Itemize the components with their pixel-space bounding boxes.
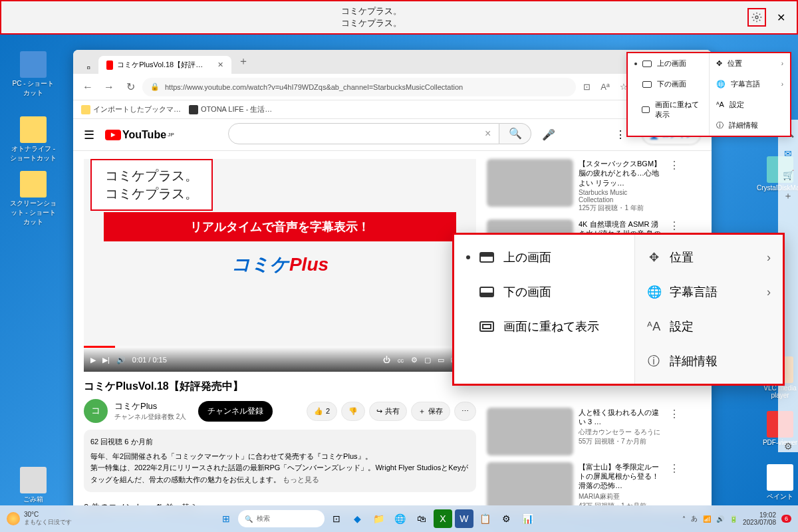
search-input[interactable]: × [228, 123, 499, 144]
taskbar-search[interactable]: 🔍 検索 [238, 510, 325, 527]
hamburger-menu-icon[interactable]: ☰ [84, 128, 94, 142]
refresh-button[interactable]: ↻ [121, 78, 140, 96]
tab-actions-button[interactable]: ▫ [78, 62, 98, 74]
sidebar-outlook-icon[interactable]: ✉ [782, 148, 794, 160]
thumbnail [487, 462, 573, 509]
new-tab-button[interactable]: ＋ [231, 50, 255, 74]
browser-tab[interactable]: コミケPlusVol.18【好評発売中】- Yo... ✕ [98, 56, 231, 74]
address-bar[interactable]: 🔒 https://www.youtube.com/watch?v=u4hI79… [142, 78, 576, 96]
bookmarks-bar: インポートしたブックマ… OTONA LIFE - 生活… [73, 100, 712, 119]
save-button[interactable]: ＋ 保存 [411, 402, 450, 421]
menu-position-top[interactable]: 上の画面 [454, 240, 634, 275]
caption-close-button[interactable]: ✕ [771, 8, 790, 27]
autoplay-toggle[interactable]: ⏻ [383, 356, 390, 364]
sidebar-add-icon[interactable]: ＋ [782, 190, 794, 202]
more-actions-button[interactable]: ⋯ [454, 402, 476, 421]
sidebar-video-item[interactable]: 【富士山】冬季限定ルートの屏風尾根から登る！滑落の恐怖… MARIA麻莉亜 43… [487, 462, 680, 509]
taskbar-clock[interactable]: 19:02 2023/07/08 [743, 511, 776, 526]
app-icon-4[interactable]: ⚙ [497, 509, 516, 528]
tray-wifi-icon[interactable]: 📶 [703, 515, 711, 523]
video-title: コミケPlusVol.18【好評発売中】 [84, 380, 476, 394]
desktop-icon-pc[interactable]: PC - ショートカット [10, 51, 57, 98]
folder-icon [20, 171, 47, 198]
video-menu-icon[interactable]: ⋮ [669, 219, 680, 232]
caption-settings-button[interactable] [747, 8, 766, 27]
menu-opt-language-sm[interactable]: 🌐字幕言語› [710, 74, 791, 94]
task-view-icon[interactable]: ⊡ [327, 509, 346, 528]
live-caption-bar: コミケプラス。 コミケプラス。 ✕ [0, 0, 798, 35]
sidebar-settings-icon[interactable]: ⚙ [782, 440, 794, 452]
channel-name[interactable]: コミケPlus [114, 400, 186, 412]
widgets-icon[interactable]: ◆ [348, 509, 367, 528]
desktop-icon-folder-1[interactable]: オトナライフ - ショートカット [10, 116, 57, 163]
read-aloud-icon[interactable]: Aª [597, 79, 613, 95]
app-icon-2[interactable]: W [455, 509, 473, 528]
edge-icon[interactable]: 🌐 [391, 509, 410, 528]
miniplayer-icon[interactable]: ▢ [424, 356, 431, 364]
play-button[interactable]: ▶ [90, 356, 96, 364]
video-controls: ▶ ▶| 🔊 0:01 / 0:15 ⏻ ㏄ ⚙ ▢ ▭ ⎚ ⛶ [84, 348, 476, 372]
menu-opt-language[interactable]: 🌐字幕言語› [635, 275, 783, 309]
bookmark-imported[interactable]: インポートしたブックマ… [81, 104, 181, 114]
sidebar-shopping-icon[interactable]: 🛒 [782, 169, 794, 181]
bookmark-otona[interactable]: OTONA LIFE - 生活… [189, 104, 272, 114]
menu-opt-position-sm[interactable]: ✥位置› [710, 53, 791, 74]
app-icon-1[interactable]: X [434, 509, 452, 528]
translate-icon[interactable]: ⊡ [579, 79, 595, 95]
video-menu-icon[interactable]: ⋮ [669, 462, 680, 475]
video-menu-icon[interactable]: ⋮ [669, 159, 680, 172]
tab-title: コミケPlusVol.18【好評発売中】- Yo... [117, 60, 209, 70]
menu-position-bottom[interactable]: 下の画面 [454, 275, 634, 309]
desktop-icon-paint[interactable]: ペイント [757, 464, 798, 501]
app-icon-3[interactable]: 📋 [476, 509, 495, 528]
video-player[interactable]: コミケプラス。 コミケプラス。 リアルタイムで音声を字幕表示！ コミケPlus … [84, 159, 476, 372]
menu-position-top-sm[interactable]: 上の画面 [628, 53, 709, 74]
start-button[interactable]: ⊞ [217, 509, 235, 528]
app-icon-5[interactable]: 📊 [519, 509, 537, 528]
caption-settings-menu-small: 上の画面 下の画面 画面に重ねて表示 ✥位置› 🌐字幕言語› ᴬA設定 ⓘ詳細情… [626, 52, 791, 137]
video-menu-icon[interactable]: ⋮ [669, 408, 680, 420]
back-button[interactable]: ← [78, 78, 97, 96]
menu-opt-settings-sm[interactable]: ᴬA設定 [710, 94, 791, 115]
store-icon[interactable]: 🛍 [412, 509, 431, 528]
subscribe-button[interactable]: チャンネル登録 [198, 401, 273, 422]
menu-position-overlay[interactable]: 画面に重ねて表示 [454, 309, 634, 344]
menu-position-overlay-sm[interactable]: 画面に重ねて表示 [628, 94, 709, 125]
tray-chevron-icon[interactable]: ˄ [682, 515, 686, 523]
sidebar-video-item[interactable]: 【スターバックスBGM】脳の疲れがとれる…心地よい リラッ… Starbucks… [487, 159, 680, 213]
taskbar-weather[interactable]: 30°C まもなく日没です [7, 511, 72, 527]
info-icon: ⓘ [647, 353, 660, 369]
browser-tab-strip: ▫ コミケPlusVol.18【好評発売中】- Yo... ✕ ＋ [73, 50, 712, 74]
search-clear-icon[interactable]: × [485, 128, 491, 140]
menu-opt-info-sm[interactable]: ⓘ詳細情報 [710, 115, 791, 136]
caption-text: コミケプラス。 コミケプラス。 [1, 5, 741, 29]
desktop-icon-recycle-bin[interactable]: ごみ箱 [10, 467, 57, 504]
tray-battery-icon[interactable]: 🔋 [730, 515, 737, 523]
tray-volume-icon[interactable]: 🔊 [716, 515, 724, 523]
menu-opt-info[interactable]: ⓘ詳細情報 [635, 344, 783, 378]
notification-badge[interactable]: 6 [781, 515, 791, 523]
voice-search-icon[interactable]: 🎤 [537, 123, 561, 147]
menu-position-bottom-sm[interactable]: 下の画面 [628, 74, 709, 94]
share-button[interactable]: ↪ 共有 [369, 402, 407, 421]
menu-opt-position[interactable]: ✥位置› [635, 240, 783, 275]
search-button[interactable]: 🔍 [499, 123, 531, 144]
desktop-icon-folder-2[interactable]: スクリーンショット - ショートカット [10, 171, 57, 227]
menu-opt-settings[interactable]: ᴬA設定 [635, 309, 783, 344]
dislike-button[interactable]: 👎 [341, 402, 365, 421]
next-button[interactable]: ▶| [102, 356, 110, 364]
tab-close-button[interactable]: ✕ [217, 61, 223, 69]
cc-button[interactable]: ㏄ [397, 355, 404, 365]
forward-button[interactable]: → [100, 78, 118, 96]
settings-gear-icon[interactable]: ⚙ [411, 356, 418, 364]
channel-avatar[interactable]: コ [84, 399, 108, 423]
theater-icon[interactable]: ▭ [438, 356, 444, 364]
youtube-logo[interactable]: ▶ YouTube JP [105, 129, 174, 141]
volume-icon[interactable]: 🔊 [116, 356, 126, 364]
video-description[interactable]: 62 回視聴 6 か月前 毎年、年2回開催される「コミックマーケット」に合わせて… [84, 430, 476, 492]
like-button[interactable]: 👍 2 [307, 402, 337, 421]
show-more-link[interactable]: もっと見る [283, 475, 319, 483]
tray-ime-icon[interactable]: あ [691, 514, 698, 523]
explorer-icon[interactable]: 📁 [370, 509, 388, 528]
sidebar-video-item[interactable]: 人と軽く扱われる人の違い 3 … 心理カウンセラー るろうに 55万 回視聴・7… [487, 408, 680, 456]
